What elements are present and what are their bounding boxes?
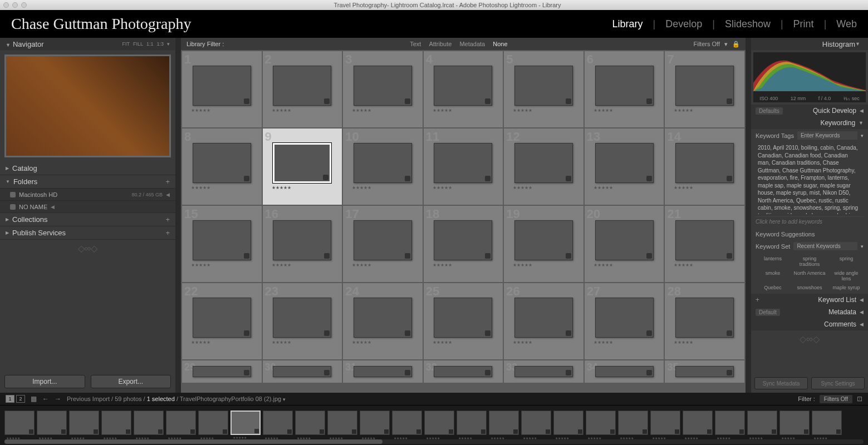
thumbnail-badge-icon[interactable] xyxy=(739,429,744,434)
folders-section[interactable]: ▼ Folders + xyxy=(0,175,175,189)
thumbnail-image[interactable] xyxy=(193,143,251,183)
scrollbar-thumb[interactable] xyxy=(4,439,382,444)
right-panel-handle[interactable] xyxy=(746,38,751,393)
thumbnail-image[interactable] xyxy=(193,220,251,260)
rating-stars[interactable]: ★★★★★ xyxy=(191,185,210,190)
thumbnail-image[interactable] xyxy=(595,66,654,106)
thumbnail-image[interactable] xyxy=(273,220,331,260)
thumbnail-badge-icon[interactable] xyxy=(646,98,652,104)
grid-cell[interactable]: 26★★★★★ xyxy=(504,283,583,359)
thumbnail-badge-icon[interactable] xyxy=(244,370,249,375)
rating-stars[interactable]: ★★★★★ xyxy=(513,263,532,268)
filmstrip-thumb[interactable]: ★★★★★ xyxy=(392,411,422,435)
filmstrip-thumb[interactable]: ★★★★★ xyxy=(683,411,713,435)
thumbnail-image[interactable] xyxy=(273,66,331,106)
filters-off-dropdown[interactable]: Filters Off xyxy=(694,41,720,47)
thumbnail-image[interactable] xyxy=(193,66,251,106)
chevron-down-icon[interactable]: ▾ xyxy=(167,41,170,47)
grid-cell[interactable]: 6★★★★★ xyxy=(585,51,664,127)
export-button[interactable]: Export... xyxy=(91,375,171,388)
keyword-chip[interactable]: North America xyxy=(792,269,827,283)
thumbnail-image[interactable] xyxy=(354,298,412,338)
thumbnail-badge-icon[interactable] xyxy=(61,429,66,434)
filter-metadata[interactable]: Metadata xyxy=(459,41,485,47)
thumbnail-image[interactable] xyxy=(273,298,331,338)
nav-back-icon[interactable]: ← xyxy=(42,395,49,403)
thumbnail-badge-icon[interactable] xyxy=(190,429,195,434)
nav-forward-icon[interactable]: → xyxy=(55,395,61,403)
grid-cell[interactable]: 8★★★★★ xyxy=(182,128,262,205)
import-button[interactable]: Import... xyxy=(4,375,85,388)
add-publish-icon[interactable]: + xyxy=(165,229,170,237)
zoom-window[interactable] xyxy=(21,2,27,8)
grid-cell[interactable]: 25★★★★★ xyxy=(424,283,503,359)
add-keywords-field[interactable]: Click here to add keywords xyxy=(756,216,864,226)
thumbnail-image[interactable] xyxy=(675,298,734,338)
filter-none[interactable]: None xyxy=(493,41,507,47)
thumbnail-badge-icon[interactable] xyxy=(836,429,841,434)
grid-cell[interactable]: 21★★★★★ xyxy=(665,206,744,282)
thumbnail-image[interactable] xyxy=(273,143,331,183)
thumbnail-image[interactable] xyxy=(434,143,492,183)
minimize-window[interactable] xyxy=(12,2,18,8)
grid-cell[interactable]: 31★★★★★ xyxy=(343,360,423,383)
thumbnail-badge-icon[interactable] xyxy=(287,429,292,434)
thumbnail-image[interactable] xyxy=(354,366,412,377)
rating-stars[interactable]: ★★★★★ xyxy=(513,340,532,345)
lock-icon[interactable]: 🔒 xyxy=(732,41,740,48)
thumbnail-image[interactable] xyxy=(434,66,492,106)
thumbnail-badge-icon[interactable] xyxy=(646,176,652,181)
module-web[interactable]: Web xyxy=(836,18,857,30)
volume-row[interactable]: NO NAME ◀ xyxy=(0,201,175,213)
grid-cell[interactable]: 11★★★★★ xyxy=(424,128,503,205)
filmstrip-thumb[interactable]: ★★★★★ xyxy=(231,411,261,435)
sync-metadata-button[interactable]: Sync Metadata xyxy=(754,377,808,389)
thumbnail-image[interactable] xyxy=(354,220,412,260)
rating-stars[interactable]: ★★★★★ xyxy=(513,185,532,190)
filmstrip-thumb[interactable]: ★★★★★ xyxy=(812,411,842,435)
thumbnail-image[interactable] xyxy=(354,143,412,183)
sync-settings-button[interactable]: Sync Settings xyxy=(811,377,865,389)
module-print[interactable]: Print xyxy=(793,18,814,30)
grid-cell[interactable]: 23★★★★★ xyxy=(263,283,342,359)
nav-1-1[interactable]: 1:1 xyxy=(146,41,154,47)
keyword-chip[interactable]: lanterns xyxy=(756,255,790,268)
filmstrip-thumb[interactable]: ★★★★★ xyxy=(166,411,196,435)
filmstrip-thumb[interactable]: ★★★★★ xyxy=(295,411,325,435)
thumbnail-badge-icon[interactable] xyxy=(566,98,571,104)
filter-text[interactable]: Text xyxy=(410,41,421,47)
thumbnail-image[interactable] xyxy=(514,220,573,260)
filmstrip-thumb[interactable]: ★★★★★ xyxy=(715,411,745,435)
grid-cell[interactable]: 3★★★★★ xyxy=(343,51,423,127)
thumbnail-badge-icon[interactable] xyxy=(324,370,330,375)
rating-stars[interactable]: ★★★★★ xyxy=(674,108,693,113)
thumbnail-badge-icon[interactable] xyxy=(675,429,679,434)
thumbnail-badge-icon[interactable] xyxy=(481,429,486,434)
thumbnail-image[interactable] xyxy=(434,220,492,260)
nav-ratio[interactable]: 1:3 xyxy=(156,41,164,47)
publish-section[interactable]: ▶ Publish Services + xyxy=(0,226,175,240)
grid-cell[interactable]: 16★★★★★ xyxy=(263,206,342,282)
thumbnail-badge-icon[interactable] xyxy=(485,370,491,375)
grid-cell[interactable]: 7★★★★★ xyxy=(665,51,744,127)
grid-cell[interactable]: 34★★★★★ xyxy=(585,360,664,383)
filmstrip-thumb[interactable]: ★★★★★ xyxy=(779,411,810,435)
chevron-down-icon[interactable]: ▾ xyxy=(861,133,864,139)
thumbnail-badge-icon[interactable] xyxy=(324,330,330,336)
thumbnail-image[interactable] xyxy=(675,143,734,183)
thumbnail-badge-icon[interactable] xyxy=(254,429,259,433)
filmstrip-thumb[interactable]: ★★★★★ xyxy=(327,411,357,435)
rating-stars[interactable]: ★★★★★ xyxy=(674,340,693,345)
grid-cell[interactable]: 24★★★★★ xyxy=(343,283,423,359)
filmstrip-thumb[interactable]: ★★★★★ xyxy=(553,411,583,435)
grid-cell[interactable]: 1★★★★★ xyxy=(182,51,262,127)
filmstrip-thumb[interactable]: ★★★★★ xyxy=(4,411,35,435)
metadata-preset-dropdown[interactable]: Default xyxy=(756,309,780,316)
module-develop[interactable]: Develop xyxy=(665,18,702,30)
filter-switch-icon[interactable]: ⊡ xyxy=(857,395,862,403)
filmstrip-thumb[interactable]: ★★★★★ xyxy=(747,411,777,435)
grid-cell[interactable]: 22★★★★★ xyxy=(182,283,262,359)
rating-stars[interactable]: ★★★★★ xyxy=(433,340,452,345)
grid-cell[interactable]: 32★★★★★ xyxy=(424,360,503,383)
thumbnail-image[interactable] xyxy=(514,298,573,338)
